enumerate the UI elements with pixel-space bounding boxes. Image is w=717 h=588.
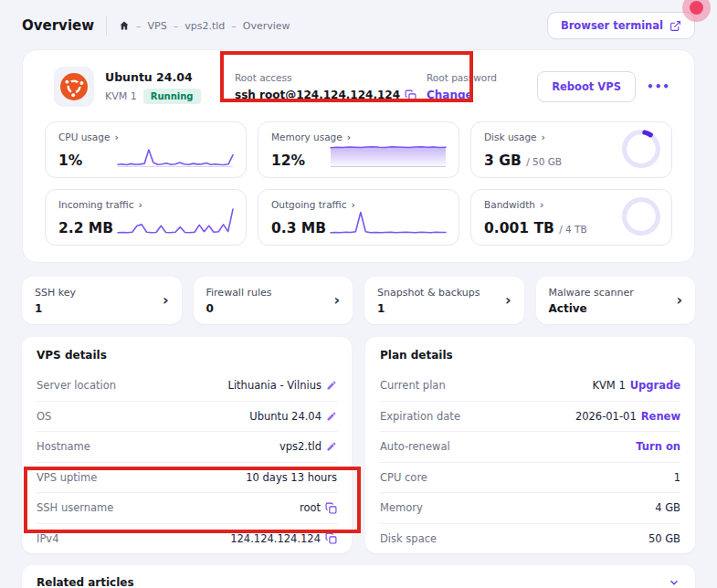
quick-link-value: 0 — [206, 302, 272, 315]
cpu-usage-card[interactable]: CPU usage› 1% — [45, 121, 247, 178]
change-password-link[interactable]: Change — [427, 89, 473, 101]
quick-link-label: Malware scanner — [549, 287, 634, 299]
upgrade-link[interactable]: Upgrade — [630, 379, 680, 392]
root-access-value: ssh root@124.124.124.124 — [235, 89, 400, 101]
metric-value: 0.3 MB — [271, 220, 326, 236]
row-label: IPv4 — [37, 532, 58, 545]
root-password-field: Root password Change — [427, 72, 536, 101]
related-articles-card[interactable]: Related articles — [22, 565, 695, 588]
quick-link-label: SSH key — [35, 287, 76, 299]
plan-details-card: Plan details Current plan KVM 1Upgrade E… — [365, 337, 695, 553]
status-badge: Running — [143, 89, 201, 104]
copy-icon[interactable] — [325, 532, 337, 544]
server-identity: Ubuntu 24.04 KVM 1 Running — [105, 70, 226, 104]
home-icon[interactable] — [119, 20, 130, 31]
row-label: OS — [37, 410, 51, 423]
disk-usage-donut — [620, 128, 662, 170]
row-value: 124.124.124.124 — [230, 532, 321, 545]
metric-label: Bandwidth — [484, 199, 535, 210]
ssh-username-row: SSH username root — [37, 492, 337, 523]
vps-uptime-row: VPS uptime 10 days 13 hours — [37, 462, 337, 493]
metrics-grid: CPU usage› 1% Memory usage› 12% — [45, 121, 672, 246]
chevron-down-icon[interactable] — [668, 576, 680, 588]
quick-link-label: Snapshot & backups — [377, 287, 480, 299]
row-value: KVM 1 — [592, 379, 625, 392]
chevron-right-icon: › — [505, 293, 511, 308]
row-value: vps2.tld — [279, 440, 322, 453]
renew-link[interactable]: Renew — [641, 410, 680, 423]
snapshot-backups-card[interactable]: Snapshot & backups1 › — [364, 277, 524, 324]
quick-link-value: 1 — [377, 302, 480, 315]
root-access-field: Root access ssh root@124.124.124.124 — [235, 72, 417, 101]
os-name: Ubuntu 24.04 — [105, 70, 226, 84]
vps-overview-page: Overview – VPS – vps2.tld – Overview Bro… — [0, 0, 717, 588]
row-label: Hostname — [37, 440, 90, 453]
server-location-row: Server location Lithuania - Vilnius — [37, 370, 337, 401]
malware-scanner-card[interactable]: Malware scannerActive › — [536, 277, 696, 324]
external-link-icon — [670, 20, 681, 32]
bandwidth-card[interactable]: Bandwidth› 0.001 TB / 4 TB — [470, 189, 672, 246]
row-value: Lithuania - Vilnius — [228, 379, 322, 392]
row-label: SSH username — [37, 501, 113, 514]
breadcrumb-separator: – — [174, 20, 179, 32]
reboot-vps-button[interactable]: Reboot VPS — [537, 71, 636, 102]
row-value: 2026-01-01 — [575, 410, 637, 423]
quick-link-label: Firewall rules — [206, 287, 272, 299]
breadcrumb-item-current: Overview — [243, 20, 290, 32]
row-label: CPU core — [380, 471, 427, 484]
row-label: Disk space — [380, 532, 437, 545]
row-value: 10 days 13 hours — [246, 471, 337, 484]
copy-icon[interactable] — [405, 89, 416, 101]
vps-details-card: VPS details Server location Lithuania - … — [22, 337, 352, 553]
edit-icon[interactable] — [326, 380, 337, 391]
more-options-button[interactable]: ••• — [645, 77, 672, 97]
breadcrumb-item-vps[interactable]: VPS — [148, 20, 167, 32]
memory-row: Memory 4 GB — [380, 492, 680, 523]
outgoing-traffic-card[interactable]: Outgoing traffic› 0.3 MB — [258, 189, 459, 246]
plan-details-title: Plan details — [380, 337, 680, 370]
vps-details-title: VPS details — [37, 337, 337, 370]
expiration-date-row: Expiration date 2026-01-01Renew — [380, 401, 680, 432]
row-label: Current plan — [380, 379, 446, 392]
ssh-key-card[interactable]: SSH key1 › — [22, 277, 182, 324]
hostname-row: Hostname vps2.tld — [37, 431, 337, 462]
browser-terminal-button[interactable]: Browser terminal — [547, 12, 695, 39]
metric-label: Disk usage — [484, 131, 537, 142]
os-row: OS Ubuntu 24.04 — [37, 401, 337, 432]
current-plan-row: Current plan KVM 1Upgrade — [380, 370, 680, 401]
metric-value: 3 GB — [484, 152, 522, 169]
disk-usage-card[interactable]: Disk usage› 3 GB / 50 GB — [470, 121, 672, 178]
cpu-usage-sparkline — [118, 140, 233, 167]
quick-link-value: 1 — [35, 302, 76, 315]
copy-icon[interactable] — [325, 502, 337, 514]
metric-label: CPU usage — [58, 131, 110, 142]
incoming-traffic-sparkline — [118, 207, 233, 235]
ipv4-row: IPv4 124.124.124.124 — [37, 523, 337, 554]
ubuntu-logo — [54, 67, 94, 107]
metric-value: 12% — [271, 152, 305, 169]
top-bar: Overview – VPS – vps2.tld – Overview Bro… — [22, 11, 695, 40]
edit-icon[interactable] — [326, 411, 337, 422]
turn-on-link[interactable]: Turn on — [636, 440, 680, 453]
breadcrumb-item-server[interactable]: vps2.tld — [185, 20, 225, 32]
memory-usage-card[interactable]: Memory usage› 12% — [258, 121, 459, 178]
row-value: root — [300, 501, 321, 514]
server-header-row: Ubuntu 24.04 KVM 1 Running Root access s… — [45, 64, 672, 110]
memory-usage-area-chart — [331, 140, 446, 167]
breadcrumb-separator: – — [136, 20, 142, 32]
breadcrumb: – VPS – vps2.tld – Overview — [119, 20, 290, 32]
details-section: VPS details Server location Lithuania - … — [22, 337, 695, 553]
root-password-label: Root password — [427, 72, 536, 83]
incoming-traffic-card[interactable]: Incoming traffic› 2.2 MB — [45, 189, 247, 246]
row-label: VPS uptime — [37, 471, 97, 484]
chevron-right-icon: › — [333, 293, 340, 308]
row-label: Auto-renewal — [380, 440, 450, 453]
server-actions: Reboot VPS ••• — [537, 71, 672, 102]
row-value: Ubuntu 24.04 — [249, 410, 322, 423]
edit-icon[interactable] — [326, 441, 337, 452]
root-access-label: Root access — [235, 72, 417, 83]
bandwidth-donut — [620, 195, 662, 237]
firewall-rules-card[interactable]: Firewall rules0 › — [194, 277, 353, 324]
metric-value: 1% — [58, 152, 82, 169]
disk-space-row: Disk space 50 GB — [380, 523, 680, 554]
